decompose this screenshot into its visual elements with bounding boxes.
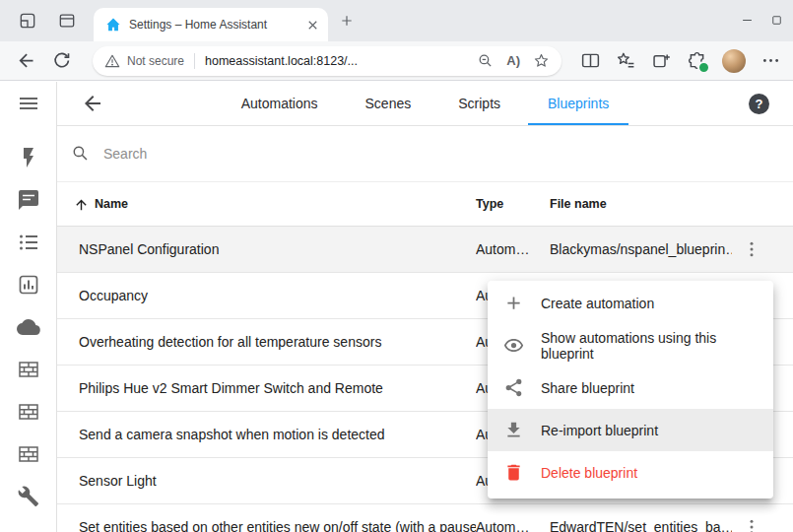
row-name: Sensor Light <box>79 473 476 489</box>
ha-sidebar <box>0 82 57 532</box>
menu-item-label: Re-import blueprint <box>541 423 658 438</box>
column-header-type[interactable]: Type <box>476 197 550 211</box>
refresh-icon[interactable] <box>51 50 72 71</box>
extension-status-badge <box>697 61 710 74</box>
tab-title: Settings – Home Assistant <box>129 18 299 32</box>
favorite-star-icon[interactable] <box>533 52 550 69</box>
menu-item-label: Create automation <box>541 296 654 311</box>
table-row[interactable]: NSPanel Configuration Autom… Blackymas/n… <box>57 227 793 273</box>
bricks-icon[interactable] <box>17 442 40 466</box>
row-name: Overheating detection for all temperatur… <box>79 334 476 350</box>
browser-menu-icon[interactable] <box>760 50 781 71</box>
menu-item-label: Show automations using this blueprint <box>541 330 758 362</box>
column-header-name[interactable]: Name <box>95 197 476 211</box>
blueprint-context-menu: Create automation Show automations using… <box>488 281 773 499</box>
row-overflow-menu-icon[interactable] <box>732 239 771 259</box>
zoom-icon[interactable] <box>477 52 494 69</box>
download-icon <box>503 420 524 440</box>
menu-item-create-automation[interactable]: Create automation <box>488 282 773 324</box>
tab-actions-icon[interactable] <box>57 11 77 31</box>
search-row <box>57 126 793 182</box>
tab-scenes[interactable]: Scenes <box>346 82 431 125</box>
tab-close-icon[interactable] <box>305 18 320 33</box>
column-header-file[interactable]: File name <box>550 197 793 211</box>
minimize-button[interactable] <box>732 5 761 34</box>
split-screen-icon[interactable] <box>580 50 601 71</box>
menu-item-label: Delete blueprint <box>541 465 637 481</box>
read-aloud-icon[interactable]: A) <box>506 54 520 67</box>
menu-item-label: Share blueprint <box>541 380 634 396</box>
menu-item-delete-blueprint[interactable]: Delete blueprint <box>488 451 773 494</box>
row-name: NSPanel Configuration <box>79 241 476 257</box>
ha-header: Automations Scenes Scripts Blueprints ? <box>57 82 793 126</box>
row-name: Set entities based on other entities new… <box>79 519 476 532</box>
row-file: Blackymas/nspanel_blueprin… <box>550 241 732 257</box>
row-type: Autom… <box>476 519 550 532</box>
eye-icon <box>503 335 524 356</box>
tab-scripts[interactable]: Scripts <box>438 82 520 125</box>
browser-toolbar: Not secure homeassistant.local:8123/... … <box>0 41 793 81</box>
chart-icon[interactable] <box>17 273 40 297</box>
browser-titlebar: Settings – Home Assistant <box>0 0 793 41</box>
not-secure-warning-icon <box>104 53 120 69</box>
address-divider <box>194 53 195 69</box>
table-header: Name Type File name <box>57 182 793 227</box>
browser-tab[interactable]: Settings – Home Assistant <box>94 8 328 41</box>
tab-automations[interactable]: Automations <box>222 82 338 125</box>
home-assistant-favicon-icon <box>105 17 121 33</box>
bricks-icon[interactable] <box>17 358 40 381</box>
collections-icon[interactable] <box>651 50 672 71</box>
profile-avatar[interactable] <box>722 49 746 73</box>
favorites-hub-icon[interactable] <box>616 50 636 71</box>
url-text[interactable]: homeassistant.local:8123/... <box>205 54 470 68</box>
tab-blueprints[interactable]: Blueprints <box>528 82 628 125</box>
search-icon <box>71 144 91 164</box>
search-input[interactable] <box>101 145 793 163</box>
lightning-icon[interactable] <box>17 146 40 169</box>
table-row[interactable]: Set entities based on other entities new… <box>57 504 793 532</box>
workspaces-icon[interactable] <box>18 11 37 31</box>
address-bar[interactable]: Not secure homeassistant.local:8123/... … <box>93 46 562 76</box>
window-controls <box>732 5 791 34</box>
delete-icon <box>503 462 524 483</box>
menu-item-show-automations[interactable]: Show automations using this blueprint <box>488 324 773 366</box>
ha-back-icon[interactable] <box>81 92 104 115</box>
row-name: Send a camera snapshot when motion is de… <box>79 427 476 442</box>
share-icon <box>503 377 524 398</box>
home-assistant-page: Automations Scenes Scripts Blueprints ? … <box>0 82 793 532</box>
row-overflow-menu-icon[interactable] <box>732 517 771 532</box>
sort-ascending-icon[interactable] <box>73 196 90 213</box>
bricks-icon[interactable] <box>17 400 40 424</box>
back-icon[interactable] <box>16 50 36 71</box>
list-icon[interactable] <box>17 231 40 254</box>
row-name: Occupancy <box>79 288 476 303</box>
sidebar-menu-icon[interactable] <box>17 92 40 115</box>
chat-icon[interactable] <box>17 188 40 212</box>
menu-item-share-blueprint[interactable]: Share blueprint <box>488 366 773 409</box>
cloud-icon[interactable] <box>17 315 40 339</box>
maximize-button[interactable] <box>761 5 791 34</box>
row-name: Philips Hue v2 Smart Dimmer Switch and R… <box>79 380 476 396</box>
row-type: Autom… <box>476 241 550 257</box>
browser-window: Settings – Home Assistant <box>0 0 793 532</box>
security-label[interactable]: Not secure <box>127 54 184 68</box>
plus-icon <box>503 293 524 313</box>
help-icon[interactable]: ? <box>749 94 769 114</box>
new-tab-icon[interactable] <box>339 13 355 29</box>
wrench-icon[interactable] <box>17 485 40 508</box>
row-file: EdwardTEN/set_entities_ba… <box>550 519 732 532</box>
extensions-icon[interactable] <box>687 50 707 71</box>
menu-item-reimport-blueprint[interactable]: Re-import blueprint <box>488 409 773 451</box>
